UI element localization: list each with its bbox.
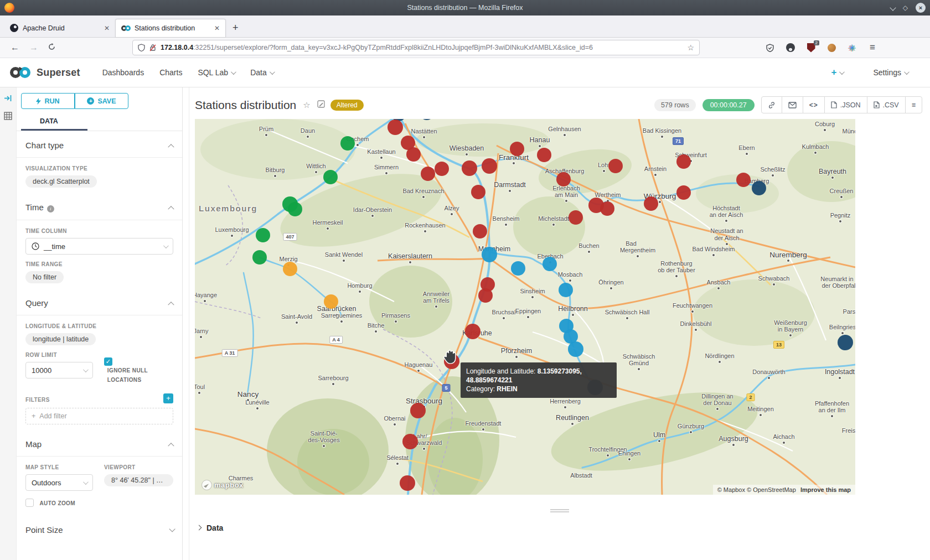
- tab-data[interactable]: DATA: [40, 117, 58, 130]
- share-link-button[interactable]: [762, 97, 782, 113]
- map-point[interactable]: [435, 162, 449, 176]
- section-point-size[interactable]: Point Size: [17, 516, 182, 542]
- time-range-value[interactable]: No filter: [25, 271, 64, 283]
- map-point[interactable]: [569, 210, 583, 225]
- tab-stations-distribution[interactable]: Stations distribution ✕: [115, 19, 226, 37]
- nav-sql-lab[interactable]: SQL Lab: [198, 68, 235, 77]
- bookmark-star-icon[interactable]: ☆: [687, 43, 694, 52]
- export-json-button[interactable]: .JSON: [825, 97, 867, 113]
- more-menu-button[interactable]: ≡: [906, 97, 922, 113]
- extension-pinwheel-icon[interactable]: ✳: [847, 43, 857, 53]
- lon-lat-value[interactable]: longitude | latitude: [25, 333, 96, 345]
- collapse-panel-icon[interactable]: [4, 94, 12, 104]
- map-point[interactable]: [400, 475, 415, 491]
- map-point[interactable]: [465, 324, 480, 339]
- add-filter-plus-button[interactable]: +: [163, 393, 173, 403]
- add-new-button[interactable]: +: [831, 67, 843, 78]
- embed-code-button[interactable]: <>: [803, 97, 825, 113]
- ignore-null-checkbox[interactable]: ✓: [104, 357, 112, 366]
- map-point[interactable]: [256, 228, 270, 242]
- viz-type-value[interactable]: deck.gl Scatterplot: [25, 175, 97, 188]
- map-point[interactable]: [410, 403, 426, 418]
- shield-icon[interactable]: [138, 44, 145, 51]
- edit-properties-icon[interactable]: [317, 100, 325, 110]
- map-point[interactable]: [482, 247, 497, 262]
- map-point[interactable]: [406, 147, 421, 162]
- section-query[interactable]: Query: [17, 289, 182, 315]
- map-point[interactable]: [676, 185, 691, 200]
- map-point[interactable]: [288, 202, 302, 216]
- ublock-icon[interactable]: 2: [806, 43, 816, 53]
- window-minimize-icon[interactable]: [891, 4, 895, 12]
- forward-button[interactable]: →: [29, 43, 38, 53]
- map-point[interactable]: [559, 283, 573, 297]
- settings-menu[interactable]: Settings: [873, 68, 908, 77]
- map-point[interactable]: [568, 341, 583, 357]
- map-style-select[interactable]: Outdoors: [25, 474, 93, 491]
- run-button[interactable]: RUN: [21, 93, 75, 109]
- cookie-icon[interactable]: [826, 43, 836, 53]
- container-mask-icon[interactable]: [786, 43, 795, 53]
- superset-logo[interactable]: Superset: [9, 66, 80, 79]
- map-point[interactable]: [252, 250, 267, 265]
- map-point[interactable]: [510, 142, 524, 156]
- section-time[interactable]: Timei: [17, 193, 182, 220]
- insecure-lock-icon[interactable]: [149, 44, 156, 51]
- map-point[interactable]: [388, 120, 403, 135]
- map-point[interactable]: [462, 160, 477, 176]
- map-point[interactable]: [736, 173, 751, 187]
- map-point[interactable]: [644, 196, 658, 211]
- export-csv-button[interactable]: .CSV: [867, 97, 906, 113]
- row-limit-select[interactable]: 10000: [25, 362, 93, 378]
- map-point[interactable]: [421, 167, 435, 181]
- new-tab-button[interactable]: +: [232, 22, 239, 34]
- data-panel-header[interactable]: Data: [197, 523, 930, 532]
- map-point[interactable]: [542, 257, 557, 271]
- map-point[interactable]: [473, 224, 487, 238]
- section-map[interactable]: Map: [17, 430, 182, 456]
- window-maximize-icon[interactable]: ◇: [903, 4, 908, 12]
- map-point[interactable]: [283, 262, 297, 276]
- pocket-shield-icon[interactable]: [765, 43, 775, 53]
- deckgl-map[interactable]: PrümDaunCochemNastättenGelnhausenHanauBa…: [195, 119, 855, 495]
- email-button[interactable]: [782, 97, 803, 113]
- dataset-grid-icon[interactable]: [4, 112, 12, 122]
- map-point[interactable]: [676, 154, 691, 169]
- map-point[interactable]: [752, 181, 766, 195]
- tab-close-icon[interactable]: ✕: [214, 24, 220, 32]
- back-button[interactable]: ←: [11, 43, 19, 53]
- tab-apache-druid[interactable]: Apache Druid ✕: [4, 19, 115, 37]
- map-point[interactable]: [600, 201, 614, 216]
- improve-map-link[interactable]: Improve this map: [800, 486, 851, 493]
- section-chart-type[interactable]: Chart type: [17, 131, 182, 157]
- add-filter-input[interactable]: + Add filter: [25, 408, 173, 424]
- map-point[interactable]: [340, 136, 355, 151]
- map-point[interactable]: [482, 158, 497, 174]
- viewport-value[interactable]: 8° 46' 45.28" | 49...: [104, 474, 173, 486]
- save-button[interactable]: + SAVE: [75, 93, 128, 109]
- map-point[interactable]: [608, 159, 623, 173]
- menu-hamburger-icon[interactable]: ≡: [867, 43, 877, 53]
- nav-charts[interactable]: Charts: [159, 68, 182, 77]
- map-point[interactable]: [471, 185, 485, 199]
- map-point[interactable]: [324, 294, 338, 309]
- auto-zoom-checkbox[interactable]: [25, 499, 34, 507]
- tab-close-icon[interactable]: ✕: [104, 24, 110, 32]
- resize-handle[interactable]: [550, 509, 569, 512]
- map-point[interactable]: [478, 288, 493, 303]
- reload-button[interactable]: [48, 43, 55, 53]
- map-point[interactable]: [838, 335, 853, 350]
- map-point[interactable]: [511, 261, 525, 276]
- map-point[interactable]: [323, 170, 338, 184]
- nav-dashboards[interactable]: Dashboards: [102, 68, 144, 77]
- altered-badge[interactable]: Altered: [330, 100, 364, 111]
- mapbox-logo[interactable]: mapbox: [202, 480, 244, 490]
- time-column-select[interactable]: __time: [25, 238, 173, 255]
- map-point[interactable]: [402, 434, 418, 449]
- favorite-star-icon[interactable]: ☆: [303, 100, 310, 110]
- url-bar[interactable]: 172.18.0.4 :32251/superset/explore/?form…: [132, 40, 700, 55]
- map-point[interactable]: [537, 148, 551, 162]
- nav-data[interactable]: Data: [250, 68, 273, 77]
- map-point[interactable]: [556, 172, 571, 186]
- window-close-icon[interactable]: ×: [916, 3, 926, 13]
